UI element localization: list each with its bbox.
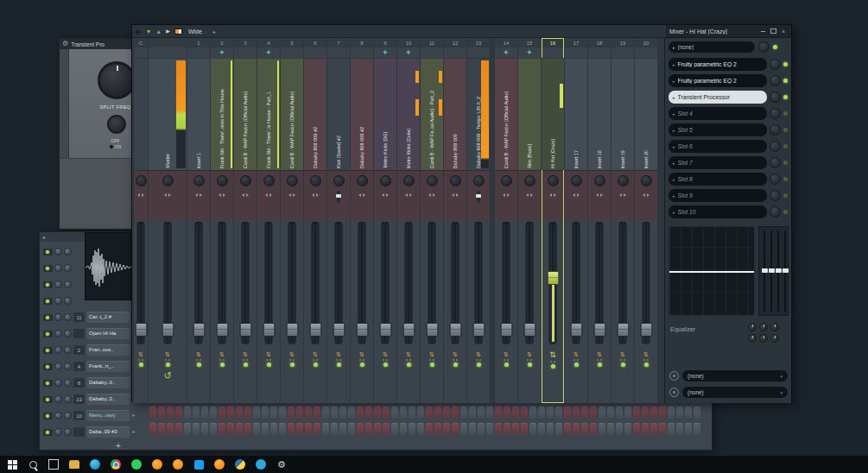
gear-icon[interactable]: ⚙	[62, 41, 68, 47]
track-name-panel[interactable]: Dababy 808 009 #2	[351, 58, 373, 170]
fx-mix-knob[interactable]	[770, 108, 781, 119]
track-name-panel[interactable]: Cardi B - WAP Feat.n [Official Audio]	[234, 58, 257, 170]
step-cell[interactable]	[599, 407, 605, 419]
channel-target-icon[interactable]: +	[131, 413, 136, 419]
volume-fader[interactable]	[234, 220, 257, 350]
step-cell[interactable]	[167, 407, 174, 419]
up-arrow-icon[interactable]: ▲	[155, 28, 162, 35]
step-cell[interactable]	[365, 407, 372, 419]
fx-slot-button[interactable]: ▸Slot 8	[668, 173, 767, 186]
record-arm-button[interactable]	[304, 47, 326, 58]
channel-enable-led[interactable]	[43, 281, 53, 288]
track-name-panel[interactable]: Rim [Basic]	[518, 58, 541, 170]
step-cell[interactable]	[590, 407, 597, 419]
step-cell[interactable]	[469, 423, 476, 435]
eq-knob[interactable]	[748, 323, 757, 331]
step-cell[interactable]	[616, 423, 623, 435]
record-arm-icon[interactable]: ▼	[145, 28, 151, 35]
layout-icon[interactable]	[174, 28, 182, 35]
fader-groove[interactable]	[452, 222, 459, 344]
mute-led[interactable]	[551, 364, 555, 369]
step-cell[interactable]	[495, 407, 502, 419]
step-cell[interactable]	[391, 423, 398, 435]
step-cell[interactable]	[219, 423, 225, 435]
mute-led[interactable]	[407, 363, 411, 367]
stereo-separation-control[interactable]	[265, 191, 272, 199]
taskbar-icon-fl-studio[interactable]	[209, 456, 230, 473]
channel-volume-knob[interactable]	[64, 313, 72, 321]
mixer-strip[interactable]: 14+Cardi B - WAP Feat.n [Official Audio]…	[495, 38, 517, 403]
fx-slot[interactable]: ▸Slot 9	[665, 187, 791, 204]
step-cell[interactable]	[149, 423, 156, 435]
stereo-separation-slider[interactable]	[477, 191, 480, 203]
fader-groove[interactable]	[242, 222, 250, 344]
step-cell[interactable]	[331, 407, 338, 419]
mixer-strip[interactable]: 17Insert 17⇅	[565, 38, 587, 403]
step-cell[interactable]	[253, 407, 260, 419]
close-button[interactable]	[779, 27, 788, 35]
step-cell[interactable]	[184, 423, 191, 435]
record-arm-button[interactable]: +	[211, 47, 233, 58]
mixer-strip[interactable]: 19Insert 19⇅	[611, 38, 634, 403]
stereo-separation-control[interactable]	[137, 191, 144, 199]
minimize-button[interactable]	[758, 27, 767, 35]
fader-groove[interactable]	[382, 222, 390, 344]
record-arm-button[interactable]: +	[374, 47, 396, 58]
volume-fader-handle[interactable]	[193, 323, 205, 337]
step-cell[interactable]	[607, 423, 614, 435]
route-arrows-icon[interactable]: ⇅	[429, 351, 434, 357]
channel-pan-knob[interactable]	[54, 313, 62, 321]
volume-fader[interactable]	[495, 220, 517, 350]
channel-pan-knob[interactable]	[54, 412, 62, 419]
mute-led[interactable]	[166, 363, 170, 367]
step-cell[interactable]	[158, 423, 165, 435]
mute-led[interactable]	[477, 363, 481, 367]
mixer-strip[interactable]: 11Cardi B - WAP Fe..ial Audio] - Part_2⇅	[421, 38, 443, 403]
channel-pan-knob[interactable]	[54, 363, 62, 370]
step-cell[interactable]	[659, 423, 666, 435]
volume-fader[interactable]	[149, 220, 187, 350]
graph-slider[interactable]	[763, 230, 765, 312]
track-number[interactable]: 20	[635, 38, 657, 47]
preset-selector[interactable]: ▸ (none)	[668, 41, 755, 53]
volume-fader[interactable]	[542, 220, 564, 350]
mute-led[interactable]	[197, 363, 201, 367]
step-cell[interactable]	[339, 423, 346, 435]
track-name-panel[interactable]: Dababy 808 009 #2	[304, 58, 326, 170]
step-cell[interactable]	[365, 423, 372, 435]
split-freq-knob[interactable]	[98, 61, 136, 99]
eq-knob[interactable]	[748, 334, 757, 343]
send-slot-button[interactable]: (none)▾	[682, 370, 788, 382]
record-arm-button[interactable]: +	[518, 47, 541, 58]
fx-send-slot[interactable]: (none)▾	[665, 384, 792, 400]
fx-enable-led[interactable]	[783, 144, 788, 148]
graph-slider-handle[interactable]	[762, 268, 768, 273]
fader-groove[interactable]	[573, 222, 580, 344]
route-arrows-icon[interactable]: ⇅	[266, 351, 271, 357]
route-arrows-icon[interactable]: ⇅	[359, 351, 364, 357]
step-cell[interactable]	[434, 407, 441, 419]
volume-fader-handle[interactable]	[593, 323, 605, 337]
volume-fader[interactable]	[611, 220, 634, 350]
step-cell[interactable]	[564, 423, 571, 435]
pan-knob[interactable]	[594, 175, 605, 186]
fader-groove[interactable]	[405, 222, 413, 344]
volume-fader-handle[interactable]	[640, 323, 652, 337]
track-name-panel[interactable]: Insert 18	[588, 58, 611, 170]
step-cell[interactable]	[469, 407, 476, 419]
step-cell[interactable]	[175, 423, 182, 435]
step-cell[interactable]	[417, 407, 424, 419]
step-cell[interactable]	[417, 423, 424, 435]
mute-led[interactable]	[528, 363, 532, 367]
channel-name-button[interactable]: Metro..oke]	[86, 410, 130, 421]
fx-slot-button[interactable]: ▸Slot 9	[668, 189, 767, 202]
fx-slot[interactable]: ▸Slot 6	[665, 138, 791, 155]
mute-led[interactable]	[244, 363, 248, 367]
channel-enable-led[interactable]	[43, 331, 53, 337]
step-cell[interactable]	[236, 423, 243, 435]
mute-led[interactable]	[314, 363, 318, 367]
track-number[interactable]: 1	[187, 38, 210, 47]
track-number[interactable]: 3	[234, 38, 257, 47]
volume-fader-handle[interactable]	[523, 323, 535, 337]
channel-name-button[interactable]: Frank..rt_..	[86, 361, 130, 372]
